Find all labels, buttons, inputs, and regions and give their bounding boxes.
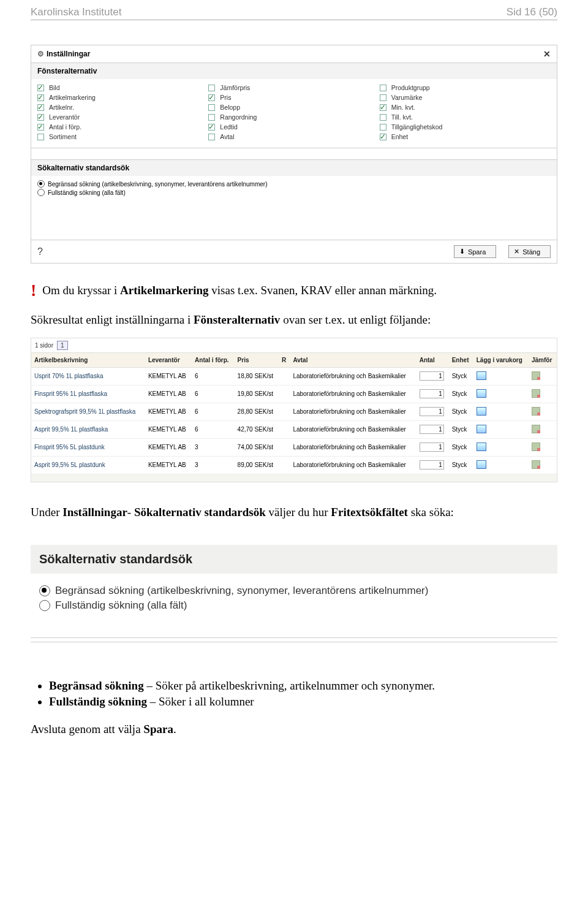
cell-cart[interactable] — [473, 403, 529, 420]
checkbox-icon[interactable] — [380, 134, 386, 140]
cell-enhet: Styck — [449, 456, 473, 474]
cart-icon[interactable] — [477, 425, 486, 433]
compare-icon[interactable] — [532, 460, 540, 469]
checkbox-icon[interactable] — [37, 124, 44, 131]
cell-r — [279, 456, 290, 474]
checkbox-icon[interactable] — [380, 114, 386, 121]
checkbox-icon[interactable] — [37, 85, 44, 91]
checkbox-artikelnr-[interactable]: Artikelnr. — [37, 102, 208, 112]
checkbox-icon[interactable] — [208, 85, 215, 91]
checkbox-label: Till. kvt. — [391, 113, 413, 121]
big-option-limited[interactable]: Begränsad sökning (artikelbeskrivning, s… — [39, 583, 549, 598]
checkbox-icon[interactable] — [37, 134, 44, 140]
checkbox-till-kvt-[interactable]: Till. kvt. — [380, 112, 551, 122]
cell-cart[interactable] — [473, 438, 529, 456]
checkbox-enhet[interactable]: Enhet — [380, 132, 551, 142]
compare-icon[interactable] — [532, 407, 540, 416]
compare-icon[interactable] — [532, 389, 540, 398]
checkbox-icon[interactable] — [208, 124, 215, 131]
compare-icon[interactable] — [532, 443, 540, 451]
cell-desc[interactable]: Spektrografsprit 99,5% 1L plastflaska — [31, 403, 145, 420]
checkbox-icon[interactable] — [208, 114, 215, 121]
checkbox-ledtid[interactable]: Ledtid — [208, 122, 379, 132]
checkbox-sortiment[interactable]: Sortiment — [37, 132, 208, 142]
checkbox-icon[interactable] — [37, 114, 44, 121]
checkbox-icon[interactable] — [208, 104, 215, 111]
cell-desc[interactable]: Finsprit 95% 1L plastflaska — [31, 385, 145, 403]
qty-input[interactable] — [420, 425, 444, 434]
checkbox-produktgrupp[interactable]: Produktgrupp — [380, 83, 551, 93]
radio-icon[interactable] — [39, 585, 50, 596]
settings-title: ⚙Inställningar — [37, 50, 90, 58]
close-icon[interactable]: ✕ — [543, 49, 551, 59]
checkbox-j-mf-rpris[interactable]: Jämförpris — [208, 83, 379, 93]
checkbox-rangordning[interactable]: Rangordning — [208, 112, 379, 122]
note-text: Om du kryssar i Artikelmarkering visas t… — [42, 282, 437, 299]
checkbox-icon[interactable] — [380, 85, 386, 91]
cart-icon[interactable] — [477, 443, 486, 451]
checkbox-pris[interactable]: Pris — [208, 93, 379, 102]
radio-icon[interactable] — [37, 180, 45, 188]
checkbox-icon[interactable] — [208, 134, 215, 140]
checkbox-tillg-nglighetskod[interactable]: Tillgänglighetskod — [380, 122, 551, 132]
qty-input[interactable] — [420, 460, 444, 469]
search-option-full[interactable]: Fullständig sökning (alla fält) — [37, 188, 551, 197]
page-1[interactable]: 1 — [57, 341, 68, 350]
checkbox-icon[interactable] — [380, 124, 386, 131]
checkbox-avtal[interactable]: Avtal — [208, 132, 379, 142]
cell-compare[interactable] — [529, 403, 557, 420]
cell-antal[interactable] — [417, 367, 449, 385]
close-button[interactable]: ✕Stäng — [508, 245, 551, 258]
qty-input[interactable] — [420, 407, 444, 416]
explanation-list: Begränsad sökning – Söker på artikelbesk… — [49, 679, 557, 709]
checkbox-varum-rke[interactable]: Varumärke — [380, 93, 551, 102]
cell-antal[interactable] — [417, 438, 449, 456]
radio-icon[interactable] — [37, 189, 45, 196]
cell-desc[interactable]: Asprit 99,5% 5L plastdunk — [31, 456, 145, 474]
cell-compare[interactable] — [529, 456, 557, 474]
cell-desc[interactable]: Asprit 99,5% 1L plastflaska — [31, 420, 145, 438]
radio-icon[interactable] — [39, 600, 50, 611]
cell-cart[interactable] — [473, 385, 529, 403]
cell-cart[interactable] — [473, 367, 529, 385]
cell-desc[interactable]: Finsprit 95% 5L plastdunk — [31, 438, 145, 456]
cell-antal[interactable] — [417, 385, 449, 403]
checkbox-belopp[interactable]: Belopp — [208, 102, 379, 112]
cell-compare[interactable] — [529, 420, 557, 438]
checkbox-artikelmarkering[interactable]: Artikelmarkering — [37, 93, 208, 102]
cell-compare[interactable] — [529, 385, 557, 403]
checkbox-icon[interactable] — [380, 104, 386, 111]
help-icon[interactable]: ? — [37, 246, 43, 257]
cell-avtal: Laboratorieförbrukning och Baskemikalier — [290, 367, 416, 385]
cell-antal[interactable] — [417, 456, 449, 474]
checkbox-leverant-r[interactable]: Leverantör — [37, 112, 208, 122]
checkbox-icon[interactable] — [208, 94, 215, 101]
checkbox-bild[interactable]: Bild — [37, 83, 208, 93]
big-option-full[interactable]: Fullständig sökning (alla fält) — [39, 598, 549, 613]
cell-antal[interactable] — [417, 420, 449, 438]
compare-icon[interactable] — [532, 425, 540, 433]
cell-desc[interactable]: Usprit 70% 1L plastflaska — [31, 367, 145, 385]
checkbox-icon[interactable] — [380, 94, 386, 101]
checkbox-antal-i-f-rp-[interactable]: Antal i förp. — [37, 122, 208, 132]
search-option-limited[interactable]: Begränsad sökning (artikelbeskrivning, s… — [37, 180, 551, 188]
checkbox-min-kvt-[interactable]: Min. kvt. — [380, 102, 551, 112]
cell-antal[interactable] — [417, 403, 449, 420]
cart-icon[interactable] — [477, 389, 486, 398]
save-button[interactable]: ⬇Spara — [454, 245, 496, 258]
checkbox-icon[interactable] — [37, 94, 44, 101]
qty-input[interactable] — [420, 389, 444, 398]
qty-input[interactable] — [420, 371, 444, 381]
cell-cart[interactable] — [473, 420, 529, 438]
checkbox-icon[interactable] — [37, 104, 44, 111]
cell-price: 28,80 SEK/st — [235, 403, 279, 420]
cell-compare[interactable] — [529, 438, 557, 456]
cart-icon[interactable] — [477, 460, 486, 469]
x-icon: ✕ — [514, 248, 519, 256]
cell-cart[interactable] — [473, 456, 529, 474]
cell-compare[interactable] — [529, 367, 557, 385]
cart-icon[interactable] — [477, 371, 486, 380]
qty-input[interactable] — [420, 443, 444, 452]
cart-icon[interactable] — [477, 407, 486, 416]
compare-icon[interactable] — [532, 371, 540, 380]
